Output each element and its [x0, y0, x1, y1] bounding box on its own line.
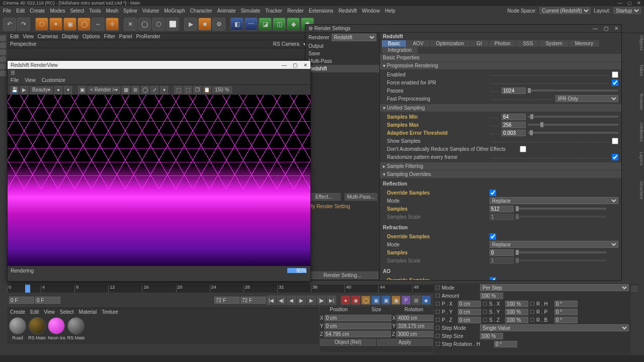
mode-icon[interactable] — [0, 70, 6, 76]
rv-minimize-icon[interactable]: — — [282, 62, 287, 68]
anim-dot-icon[interactable] — [436, 302, 440, 306]
record-icon[interactable]: ● — [341, 296, 350, 305]
mode-icon[interactable] — [0, 42, 6, 48]
close-icon[interactable]: ✕ — [637, 1, 641, 6]
rv-bucket-icon[interactable]: ▦ — [122, 86, 130, 94]
rp-input[interactable] — [554, 309, 578, 315]
material-rsmat1[interactable]: RS Mate — [28, 317, 46, 340]
environment-icon[interactable]: ◆ — [287, 18, 300, 31]
menu-create[interactable]: Create — [30, 8, 45, 14]
mat-menu-edit[interactable]: Edit — [30, 309, 39, 315]
menu-character[interactable]: Character — [190, 8, 212, 14]
rv-clipboard-icon[interactable]: 📋 — [203, 86, 211, 94]
menu-spline[interactable]: Spline — [123, 8, 137, 14]
layout-select[interactable]: Startup — [613, 7, 641, 14]
minimize-icon[interactable]: — — [618, 1, 622, 6]
tab-attributes[interactable]: Attributes — [637, 123, 644, 148]
pos-y-input[interactable] — [325, 323, 391, 329]
renderview-titlebar[interactable]: Redshift RenderView — ▢ ✕ — [8, 61, 310, 69]
menu-redshift[interactable]: Redshift — [339, 8, 357, 14]
mode-icon[interactable] — [0, 56, 6, 62]
tree-multipass[interactable]: Multi-Pass — [305, 57, 379, 65]
generator-icon[interactable]: ◪ — [259, 18, 272, 31]
menu-render[interactable]: Render — [287, 8, 304, 14]
menu-tracker[interactable]: Tracker — [265, 8, 282, 14]
material-neon[interactable]: Neon tra — [48, 317, 65, 340]
mode-icon[interactable] — [0, 49, 6, 55]
anim-dot-icon[interactable] — [436, 342, 440, 346]
camera-name[interactable]: RS Camera — [273, 41, 299, 47]
select-tool-icon[interactable]: ⬡ — [35, 18, 48, 31]
aet-input[interactable] — [502, 130, 526, 136]
scale-tool-icon[interactable]: ▣ — [63, 18, 76, 31]
render-canvas[interactable] — [8, 95, 310, 266]
coord-apply-button[interactable]: Apply — [377, 339, 433, 346]
mat-menu-select[interactable]: Select — [60, 309, 74, 315]
material-rsmat2[interactable]: RS Mate — [67, 317, 85, 340]
prog-passes-input[interactable] — [502, 87, 526, 94]
rotate-tool-icon[interactable]: ◯ — [77, 18, 91, 31]
sz-input[interactable] — [505, 317, 528, 323]
anim-dot-icon[interactable] — [530, 310, 534, 314]
vp-menu-cameras[interactable]: Cameras — [38, 34, 58, 39]
rv-lock-icon[interactable]: ◯ — [141, 86, 149, 94]
vp-menu-display[interactable]: Display — [62, 34, 78, 39]
undo-icon[interactable]: ↶ — [3, 18, 16, 31]
menu-modes[interactable]: Modes — [50, 8, 65, 14]
sy-input[interactable] — [505, 309, 528, 315]
menu-animate[interactable]: Animate — [217, 8, 236, 14]
deformer-icon[interactable]: ◫ — [273, 18, 286, 31]
goto-end-icon[interactable]: ▶| — [327, 296, 336, 305]
rv-grid-icon[interactable]: ⊞ — [131, 86, 139, 94]
axis-icon[interactable]: ✛ — [106, 18, 119, 31]
anim-dot-icon[interactable] — [436, 294, 440, 298]
prog-force-checkbox[interactable] — [612, 79, 618, 86]
coord-space-button[interactable]: Object (Rel) — [320, 339, 376, 346]
key-sel-icon[interactable]: ◯ — [361, 296, 370, 305]
anim-dot-icon[interactable] — [436, 326, 440, 330]
xray-icon[interactable]: ✕ — [124, 18, 137, 31]
tab-takes[interactable]: Takes — [637, 64, 644, 89]
goto-start-icon[interactable]: |◀ — [267, 296, 276, 305]
menu-mesh[interactable]: Mesh — [106, 8, 118, 14]
rv-render-button[interactable]: < Render > ▾ — [88, 86, 120, 94]
mode-icon[interactable] — [0, 63, 6, 69]
render-settings-icon[interactable]: ⚙ — [212, 18, 225, 31]
smax-input[interactable] — [502, 122, 526, 128]
show-samples-checkbox[interactable] — [612, 138, 618, 144]
rh-input[interactable] — [554, 301, 578, 307]
section-progressive[interactable]: ▾ Progressive Rendering — [380, 62, 621, 69]
play-icon[interactable]: ▶ — [297, 296, 306, 305]
rv-copy-icon[interactable]: ❐ — [193, 86, 201, 94]
rv-snap1-icon[interactable]: ⬚ — [174, 86, 182, 94]
multipass-button[interactable]: Multi-Pass... — [345, 193, 378, 201]
scale-key-icon[interactable]: ▣ — [381, 296, 390, 305]
maximize-icon[interactable]: ▢ — [627, 1, 632, 6]
tree-output[interactable]: Output — [305, 42, 379, 50]
tab-layers[interactable]: Layers — [637, 152, 644, 177]
prev-key-icon[interactable]: ◀| — [277, 296, 286, 305]
param-key-icon[interactable]: P — [401, 296, 411, 305]
anim-dot-icon[interactable] — [436, 310, 440, 314]
rv-channel-select[interactable]: Beauty ▾ — [30, 86, 53, 94]
rs-maximize-icon[interactable]: ▢ — [604, 26, 608, 31]
refr-samples-input[interactable] — [490, 249, 514, 256]
menu-window[interactable]: Window — [362, 8, 380, 14]
anim-dot-icon[interactable] — [483, 310, 487, 314]
section-sample-filtering[interactable]: ▸ Sample Filtering — [380, 162, 621, 170]
refl-os-checkbox[interactable] — [490, 190, 496, 196]
mat-menu-create[interactable]: Create — [10, 309, 25, 315]
refr-mode-select[interactable]: Replace — [490, 241, 618, 248]
render-view-icon[interactable]: ▶ — [184, 18, 197, 31]
locked-icon[interactable]: ◯ — [138, 18, 151, 31]
refr-os-checkbox[interactable] — [490, 233, 496, 240]
prev-frame-icon[interactable]: ◀ — [287, 296, 296, 305]
tab-objects[interactable]: Objects — [637, 35, 644, 60]
render-setting-button[interactable]: Render Setting... — [306, 272, 378, 279]
menu-edit[interactable]: Edit — [16, 8, 25, 14]
vp-menu-edit[interactable]: Edit — [10, 34, 19, 39]
anim-dot-icon[interactable] — [483, 318, 487, 322]
rb-input[interactable] — [554, 317, 578, 323]
steprot-input[interactable] — [494, 341, 517, 347]
move-tool-icon[interactable]: ✦ — [49, 18, 62, 31]
